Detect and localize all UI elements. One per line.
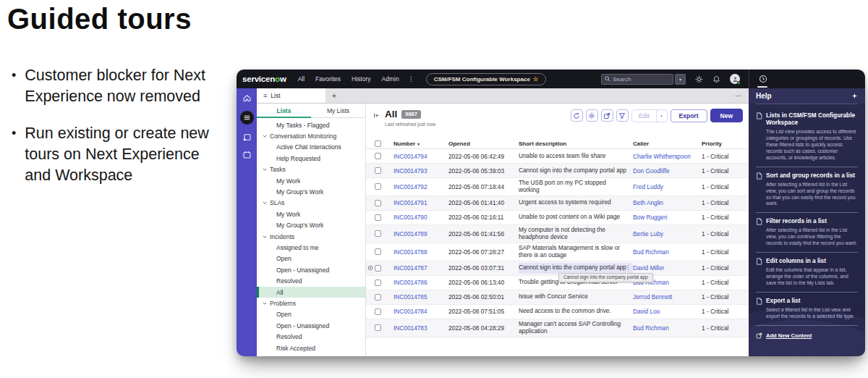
table-row[interactable]: INC0014784 2022-05-08 07:51:05 Need acce… bbox=[366, 305, 749, 319]
incident-number-link[interactable]: INC0014793 bbox=[393, 167, 448, 175]
caller-link[interactable]: Charlie Whitherspoon bbox=[633, 153, 702, 160]
table-row[interactable]: INC0014792 2022-05-06 07:18:44 The USB p… bbox=[366, 178, 749, 196]
nav-overflow-icon[interactable]: ⋮ bbox=[408, 75, 414, 83]
help-article[interactable]: Edit columns in a list Edit the columns … bbox=[756, 253, 858, 293]
workspace-title-pill[interactable]: CSM/FSM Configurable Workspace ☆ bbox=[426, 73, 547, 85]
help-article[interactable]: Sort and group records in a list After s… bbox=[756, 167, 858, 214]
help-article[interactable]: Filter records in a list After selecting… bbox=[756, 213, 858, 253]
list-menu-icon[interactable] bbox=[240, 111, 254, 125]
row-checkbox[interactable] bbox=[375, 167, 381, 174]
row-checkbox[interactable] bbox=[375, 294, 381, 301]
incident-number-link[interactable]: INC0014790 bbox=[393, 214, 448, 221]
list-group[interactable]: SLAs bbox=[257, 198, 365, 209]
column-header-caller[interactable]: Caller bbox=[633, 140, 702, 147]
collapse-header-icon[interactable]: — bbox=[735, 92, 741, 99]
incident-number-link[interactable]: INC0014789 bbox=[393, 230, 448, 238]
caller-link[interactable]: Fred Luddy bbox=[633, 183, 702, 190]
caller-link[interactable]: Don Goodliffe bbox=[633, 167, 702, 175]
cell-menu-icon[interactable]: ⋮ bbox=[625, 264, 631, 272]
help-panel-tab[interactable] bbox=[749, 70, 865, 88]
list-group[interactable]: Incidents bbox=[257, 231, 365, 242]
list-settings-button[interactable] bbox=[586, 109, 598, 122]
caller-link[interactable]: Bow Ruggeri bbox=[633, 214, 702, 221]
row-checkbox[interactable] bbox=[375, 280, 381, 286]
help-article[interactable]: Lists in CSM/FSM Configurable Workspace … bbox=[756, 107, 858, 167]
edit-button[interactable]: Edit bbox=[631, 109, 657, 122]
row-checkbox[interactable] bbox=[375, 230, 381, 237]
nav-item-all[interactable]: All bbox=[298, 75, 305, 83]
add-tab-button[interactable]: + bbox=[326, 88, 343, 103]
table-row-hovered[interactable]: INC0014787 2022-05-06 03:07:31 Cannot si… bbox=[366, 261, 749, 276]
open-in-platform-button[interactable] bbox=[601, 109, 613, 122]
caller-link[interactable]: Beth Anglin bbox=[633, 199, 702, 206]
list-item[interactable]: Resolved bbox=[257, 331, 365, 342]
incident-number-link[interactable]: INC0014786 bbox=[393, 279, 448, 286]
sparkle-icon[interactable] bbox=[851, 93, 858, 99]
incident-number-link[interactable]: INC0014785 bbox=[393, 293, 448, 301]
incident-number-link[interactable]: INC0014792 bbox=[393, 183, 448, 190]
help-article[interactable]: Export a list Select a filtered list in … bbox=[756, 293, 858, 326]
row-checkbox[interactable] bbox=[375, 324, 381, 331]
table-row[interactable]: INC0014793 2022-05-06 05:39:03 Cannot si… bbox=[366, 164, 749, 178]
list-item[interactable]: Help Requested bbox=[257, 153, 365, 164]
row-checkbox[interactable] bbox=[375, 308, 381, 315]
incident-number-link[interactable]: INC0014784 bbox=[393, 308, 448, 315]
column-header-short-description[interactable]: Short description bbox=[519, 140, 633, 147]
export-button[interactable]: Export bbox=[671, 109, 707, 122]
refresh-button[interactable] bbox=[571, 109, 583, 122]
caller-link[interactable]: Bertie Luby bbox=[633, 230, 702, 238]
caller-link[interactable]: David Miller bbox=[633, 264, 702, 272]
nav-item-history[interactable]: History bbox=[352, 75, 370, 83]
list-item[interactable]: Resolved bbox=[257, 275, 365, 286]
list-item[interactable]: Open - Unassigned bbox=[257, 320, 365, 331]
workspace-icon[interactable] bbox=[242, 133, 252, 142]
list-item[interactable]: My Work bbox=[257, 175, 365, 186]
table-row[interactable]: INC0014788 2022-05-06 07:28:27 SAP Mater… bbox=[366, 243, 749, 261]
column-header-number[interactable]: Number▾ bbox=[393, 140, 448, 147]
table-row[interactable]: INC0014786 2022-05-06 06:13:40 Trouble g… bbox=[366, 276, 749, 290]
table-row[interactable]: INC0014789 2022-05-06 01:41:56 My comput… bbox=[366, 225, 749, 243]
row-checkbox[interactable] bbox=[375, 183, 381, 190]
short-description-cell-highlighted[interactable]: Cannot sign into the company portal app … bbox=[519, 263, 633, 274]
caller-link[interactable]: Bud Richman bbox=[633, 248, 702, 256]
list-item[interactable]: Active Chat Interactions bbox=[257, 142, 365, 153]
row-checkbox[interactable] bbox=[375, 265, 381, 272]
favorite-star-icon[interactable]: ☆ bbox=[533, 75, 539, 83]
table-row[interactable]: INC0014785 2022-05-06 02:50:01 Issue wit… bbox=[366, 290, 749, 305]
column-header-priority[interactable]: Priority bbox=[702, 140, 749, 147]
list-item[interactable]: Risk Accepted bbox=[257, 343, 365, 353]
list-item[interactable]: Open - Unassigned bbox=[257, 264, 365, 275]
select-all-checkbox[interactable] bbox=[375, 140, 381, 147]
list-group[interactable]: Tasks bbox=[257, 164, 365, 175]
incident-number-link[interactable]: INC0014794 bbox=[393, 153, 448, 160]
search-box[interactable] bbox=[601, 74, 673, 85]
gear-icon[interactable] bbox=[695, 75, 703, 83]
column-header-opened[interactable]: Opened bbox=[448, 140, 519, 147]
tab-list[interactable]: ≡ List bbox=[257, 88, 326, 103]
collapse-panel-icon[interactable] bbox=[373, 112, 380, 119]
row-checkbox[interactable] bbox=[375, 214, 381, 221]
list-item[interactable]: Open bbox=[257, 309, 365, 320]
incident-number-link[interactable]: INC0014787 bbox=[393, 264, 448, 272]
calendar-icon[interactable] bbox=[242, 150, 252, 159]
list-item[interactable]: My Group's Work bbox=[257, 220, 365, 231]
incident-number-link[interactable]: INC0014783 bbox=[393, 324, 448, 332]
row-checkbox[interactable] bbox=[375, 153, 381, 159]
list-group[interactable]: Problems bbox=[257, 298, 365, 308]
table-row[interactable]: INC0014790 2022-05-06 02:16:11 Unable to… bbox=[366, 211, 749, 225]
list-item-all-selected[interactable]: All bbox=[257, 287, 365, 298]
nav-item-admin[interactable]: Admin bbox=[382, 75, 399, 83]
table-row[interactable]: INC0014794 2022-05-06 06:42:49 Unable to… bbox=[366, 149, 749, 164]
bell-icon[interactable] bbox=[712, 75, 720, 83]
preview-record-icon[interactable] bbox=[367, 265, 373, 271]
incident-number-link[interactable]: INC0014791 bbox=[393, 199, 448, 206]
list-item[interactable]: Open bbox=[257, 253, 365, 264]
filter-button[interactable] bbox=[616, 109, 629, 122]
list-item[interactable]: My Group's Work bbox=[257, 186, 365, 197]
add-new-content-link[interactable]: Add New Content bbox=[756, 332, 858, 339]
row-checkbox[interactable] bbox=[375, 248, 381, 255]
row-checkbox[interactable] bbox=[375, 200, 381, 206]
tab-lists[interactable]: Lists bbox=[257, 104, 311, 117]
new-button[interactable]: New bbox=[710, 109, 743, 122]
caller-link[interactable]: Bud Richman bbox=[633, 324, 702, 332]
